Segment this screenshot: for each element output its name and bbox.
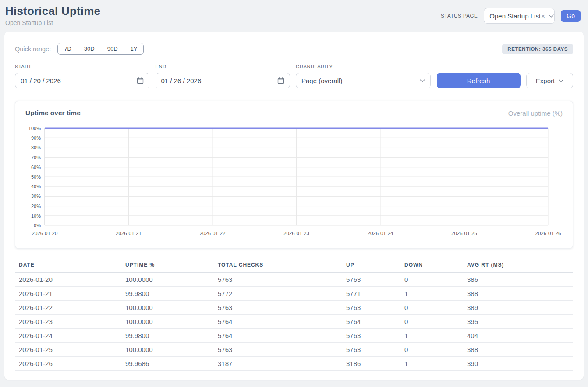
table-cell: 1 [400, 287, 463, 301]
x-tick-label: 2026-01-22 [200, 231, 226, 236]
chart-title: Uptime over time [25, 109, 81, 117]
y-tick-label: 100% [28, 126, 41, 131]
table-cell: 0 [400, 315, 463, 329]
chevron-down-icon [549, 14, 554, 18]
table-cell: 100.0000 [121, 273, 214, 287]
table-cell: 5763 [214, 343, 342, 357]
header-right: STATUS PAGE Open Startup List × Go [441, 8, 581, 24]
end-date-input[interactable]: 01 / 26 / 2026 [156, 73, 290, 88]
uptime-chart-card: Uptime over time Overall uptime (%) 100%… [15, 101, 573, 249]
table-cell: 2026-01-20 [15, 273, 121, 287]
y-tick-label: 80% [31, 145, 41, 150]
table-cell: 404 [463, 329, 573, 343]
x-tick-label: 2026-01-24 [368, 231, 393, 236]
column-header: UP [342, 259, 400, 273]
table-cell: 5763 [214, 301, 342, 315]
quick-range-row: Quick range: 7D30D90D1Y RETENTION: 365 D… [15, 43, 573, 55]
y-tick-label: 50% [31, 174, 41, 179]
table-row: 2026-01-2199.9800577257711388 [15, 287, 573, 301]
end-date-field: END 01 / 26 / 2026 [156, 64, 290, 88]
chart-header: Uptime over time Overall uptime (%) [15, 101, 573, 120]
column-header: UPTIME % [121, 259, 214, 273]
x-tick-label: 2026-01-20 [32, 231, 58, 236]
column-header: TOTAL CHECKS [214, 259, 342, 273]
table-cell: 5763 [342, 343, 400, 357]
table-cell: 388 [463, 287, 573, 301]
table-cell: 2026-01-26 [15, 357, 121, 371]
calendar-icon[interactable] [277, 77, 284, 84]
quick-range-90d[interactable]: 90D [101, 43, 124, 54]
column-header: DOWN [400, 259, 463, 273]
table-cell: 100.0000 [121, 343, 214, 357]
table-header-row: DATEUPTIME %TOTAL CHECKSUPDOWNAVG RT (MS… [15, 259, 573, 273]
main-panel: Quick range: 7D30D90D1Y RETENTION: 365 D… [4, 32, 584, 380]
x-tick-label: 2026-01-26 [535, 231, 561, 236]
table-cell: 3187 [214, 357, 342, 371]
y-tick-label: 70% [31, 155, 41, 160]
x-tick-label: 2026-01-23 [283, 231, 309, 236]
quick-range-1y[interactable]: 1Y [124, 43, 144, 54]
page-header: Historical Uptime Open Startup List STAT… [0, 0, 588, 32]
export-label: Export [536, 77, 555, 84]
calendar-icon[interactable] [137, 77, 144, 84]
table-cell: 3186 [342, 357, 400, 371]
quick-range-label: Quick range: [15, 46, 51, 53]
chevron-down-icon [420, 79, 425, 82]
table-cell: 5763 [214, 273, 342, 287]
quick-range-group: 7D30D90D1Y [57, 43, 144, 55]
y-tick-label: 90% [31, 135, 41, 141]
table-cell: 2026-01-25 [15, 343, 121, 357]
table-row: 2026-01-23100.0000576457640395 [15, 315, 573, 329]
export-button[interactable]: Export [526, 73, 573, 88]
column-header: DATE [15, 259, 121, 273]
y-tick-label: 30% [31, 194, 41, 199]
table-row: 2026-01-20100.0000576357630386 [15, 273, 573, 287]
table-cell: 5764 [214, 329, 342, 343]
table-cell: 5772 [214, 287, 342, 301]
end-label: END [156, 64, 290, 69]
y-tick-label: 20% [31, 204, 41, 209]
granularity-value: Page (overall) [301, 77, 342, 84]
clear-selection-icon[interactable]: × [541, 13, 545, 19]
table-cell: 5764 [342, 315, 400, 329]
table-cell: 5763 [342, 329, 400, 343]
page-subtitle: Open Startup List [5, 19, 100, 26]
x-tick-label: 2026-01-25 [451, 231, 477, 236]
status-page-selected-value: Open Startup List [489, 12, 541, 20]
table-cell: 2026-01-22 [15, 301, 121, 315]
retention-badge: RETENTION: 365 DAYS [502, 44, 573, 54]
start-date-input[interactable]: 01 / 20 / 2026 [15, 73, 149, 88]
y-tick-label: 40% [31, 184, 41, 189]
table-cell: 2026-01-23 [15, 315, 121, 329]
status-page-select[interactable]: Open Startup List × [484, 8, 555, 24]
table-cell: 5771 [342, 287, 400, 301]
go-button[interactable]: Go [561, 10, 581, 22]
chevron-down-icon [559, 79, 563, 82]
table-cell: 5763 [342, 301, 400, 315]
table-row: 2026-01-25100.0000576357630388 [15, 343, 573, 357]
granularity-select[interactable]: Page (overall) [296, 73, 431, 88]
refresh-button[interactable]: Refresh [437, 73, 521, 88]
table-cell: 390 [463, 357, 573, 371]
granularity-field: GRANULARITY Page (overall) [296, 64, 431, 88]
table-cell: 395 [463, 315, 573, 329]
y-tick-label: 60% [31, 165, 41, 170]
table-row: 2026-01-2499.9800576457631404 [15, 329, 573, 343]
table-cell: 99.9800 [121, 329, 214, 343]
table-cell: 0 [400, 273, 463, 287]
chart-legend: Overall uptime (%) [508, 109, 563, 117]
table-cell: 2026-01-21 [15, 287, 121, 301]
uptime-table: DATEUPTIME %TOTAL CHECKSUPDOWNAVG RT (MS… [15, 259, 573, 371]
quick-range-30d[interactable]: 30D [78, 43, 101, 54]
column-header: AVG RT (MS) [463, 259, 573, 273]
uptime-chart: 100%90%80%70%60%50%40%30%20%10%0%2026-01… [15, 120, 573, 244]
y-tick-label: 0% [34, 223, 41, 228]
screen: Historical Uptime Open Startup List STAT… [0, 0, 588, 387]
table-cell: 386 [463, 273, 573, 287]
table-row: 2026-01-2699.9686318731861390 [15, 357, 573, 371]
table-cell: 2026-01-24 [15, 329, 121, 343]
page-title: Historical Uptime [5, 4, 100, 18]
table-cell: 389 [463, 301, 573, 315]
quick-range-7d[interactable]: 7D [58, 43, 78, 54]
title-block: Historical Uptime Open Startup List [5, 4, 100, 26]
